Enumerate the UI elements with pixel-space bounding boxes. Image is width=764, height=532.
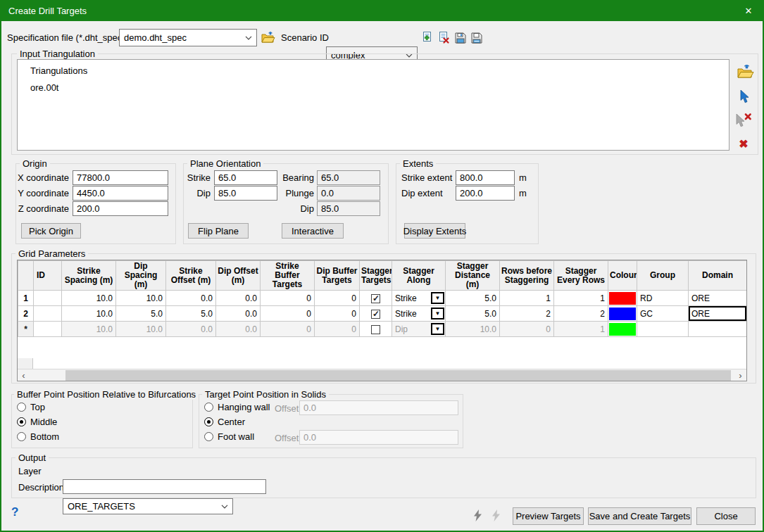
radio-middle[interactable]: Middle — [17, 417, 57, 427]
col-header-group[interactable]: Group — [637, 261, 689, 291]
z-coordinate-field[interactable] — [73, 201, 168, 216]
stagger-checkbox[interactable] — [371, 325, 380, 334]
cell-rows-before[interactable]: 1 — [500, 291, 554, 306]
delete-scenario-button[interactable] — [437, 31, 451, 44]
radio-button[interactable] — [204, 432, 213, 441]
help-button[interactable]: ? — [11, 505, 18, 519]
col-header-dip-offset[interactable]: Dip Offset (m) — [216, 261, 261, 291]
cell-stagger-every[interactable]: 2 — [554, 306, 608, 322]
cell-strike-buffer[interactable]: 0 — [261, 306, 315, 322]
cell-stagger-targets[interactable] — [360, 291, 392, 306]
cell-stagger-along[interactable]: Strike▼ — [392, 291, 446, 306]
radio-button[interactable] — [17, 403, 26, 412]
radio-hanging-wall[interactable]: Hanging wall — [204, 402, 270, 412]
interactive-button[interactable]: Interactive — [282, 223, 344, 239]
pick-origin-button[interactable]: Pick Origin — [21, 223, 81, 239]
row-header[interactable]: * — [18, 322, 34, 337]
cell-id[interactable] — [34, 291, 62, 306]
cell-dip-buffer[interactable]: 0 — [315, 322, 360, 337]
cell-dip-offset[interactable]: 0.0 — [216, 306, 261, 322]
col-header-stagger-distance[interactable]: Stagger Distance (m) — [446, 261, 500, 291]
dropdown-button[interactable]: ▼ — [431, 323, 444, 335]
browse-spec-button[interactable] — [260, 30, 276, 46]
cell-domain-selected[interactable]: ORE — [689, 306, 747, 322]
cell-dip-buffer[interactable]: 0 — [315, 306, 360, 322]
cell-strike-offset[interactable]: 0.0 — [166, 291, 216, 306]
list-item[interactable]: ore.00t — [18, 76, 729, 93]
cell-stagger-distance[interactable]: 5.0 — [446, 291, 500, 306]
col-header-dip-spacing[interactable]: Dip Spacing (m) — [116, 261, 166, 291]
scroll-left-button[interactable]: ‹ — [18, 369, 30, 381]
cell-stagger-targets[interactable] — [360, 306, 392, 322]
colour-swatch[interactable] — [609, 292, 636, 305]
dropdown-button[interactable]: ▼ — [431, 292, 444, 304]
radio-button[interactable] — [17, 432, 26, 441]
cell-group[interactable] — [637, 322, 689, 337]
close-window-button[interactable]: ✕ — [733, 0, 764, 21]
stagger-checkbox[interactable] — [371, 310, 380, 319]
spec-file-combobox[interactable]: demo.dht_spec — [119, 29, 257, 46]
radio-button[interactable] — [17, 417, 26, 426]
radio-button[interactable] — [204, 403, 213, 412]
col-header-dip-buffer[interactable]: Dip Buffer Targets — [315, 261, 360, 291]
dropdown-button[interactable]: ▼ — [431, 308, 444, 319]
col-header-stagger-targets[interactable]: Stagger Targets — [360, 261, 392, 291]
run-bolt-secondary-button[interactable] — [489, 508, 502, 522]
scroll-right-button[interactable]: › — [734, 369, 746, 381]
radio-bottom[interactable]: Bottom — [17, 431, 59, 442]
col-header-strike-buffer[interactable]: Strike Buffer Targets — [261, 261, 315, 291]
cell-stagger-distance[interactable]: 10.0 — [446, 322, 500, 337]
cell-strike-spacing[interactable]: 10.0 — [62, 322, 116, 337]
col-header-stagger-every[interactable]: Stagger Every Rows — [554, 261, 608, 291]
dip-field[interactable] — [214, 186, 277, 201]
cell-dip-spacing[interactable]: 10.0 — [116, 322, 166, 337]
save-spec-as-button[interactable] — [470, 31, 483, 44]
radio-button[interactable] — [204, 417, 213, 426]
preview-targets-button[interactable]: Preview Targets — [513, 507, 584, 525]
cell-dip-spacing[interactable]: 5.0 — [116, 306, 166, 322]
display-extents-button[interactable]: Display Extents — [404, 223, 465, 239]
cell-id[interactable] — [34, 322, 62, 337]
close-button[interactable]: Close — [696, 507, 756, 525]
description-field[interactable] — [63, 479, 266, 494]
col-header-stagger-along[interactable]: Stagger Along — [392, 261, 446, 291]
cell-strike-offset[interactable]: 0.0 — [166, 322, 216, 337]
dip-extent-field[interactable] — [456, 186, 515, 201]
col-header-colour[interactable]: Colour — [608, 261, 637, 291]
cell-group[interactable]: RD — [637, 291, 689, 306]
cell-colour[interactable] — [608, 306, 637, 322]
colour-swatch[interactable] — [609, 308, 636, 320]
stagger-checkbox[interactable] — [371, 294, 380, 303]
cell-stagger-targets[interactable] — [360, 322, 392, 337]
col-header-domain[interactable]: Domain — [689, 261, 747, 291]
cell-stagger-distance[interactable]: 5.0 — [446, 306, 500, 322]
cell-strike-buffer[interactable]: 0 — [261, 322, 315, 337]
cell-domain[interactable] — [689, 322, 747, 337]
save-spec-button[interactable] — [453, 31, 467, 44]
horizontal-scrollbar[interactable]: ‹ › — [18, 369, 746, 381]
strike-extent-field[interactable] — [456, 170, 515, 185]
select-triangulation-button[interactable] — [738, 89, 752, 104]
cell-stagger-along[interactable]: Strike▼ — [392, 306, 446, 322]
scrollbar-thumb[interactable] — [65, 370, 731, 381]
cell-strike-spacing[interactable]: 10.0 — [62, 291, 116, 306]
cell-colour[interactable] — [608, 291, 637, 306]
cell-group[interactable]: GC — [637, 306, 689, 322]
title-bar[interactable]: Create Drill Targets ✕ — [0, 0, 764, 21]
save-and-create-targets-button[interactable]: Save and Create Targets — [588, 507, 691, 525]
cell-rows-before[interactable]: 0 — [500, 322, 554, 337]
col-header-id[interactable]: ID — [34, 261, 62, 291]
colour-swatch[interactable] — [609, 323, 636, 336]
row-header[interactable]: 1 — [18, 291, 34, 306]
triangulation-list[interactable]: Triangulations ore.00t — [17, 59, 729, 151]
cell-dip-buffer[interactable]: 0 — [315, 291, 360, 306]
cell-stagger-every[interactable]: 1 — [554, 291, 608, 306]
new-scenario-button[interactable] — [421, 31, 434, 44]
layer-combobox[interactable]: ORE_TARGETS — [63, 498, 233, 514]
cell-colour[interactable] — [608, 322, 637, 337]
row-header[interactable]: 2 — [18, 306, 34, 322]
cell-strike-spacing[interactable]: 10.0 — [62, 306, 116, 322]
cell-strike-offset[interactable]: 5.0 — [166, 306, 216, 322]
cell-id[interactable] — [34, 306, 62, 322]
cell-domain[interactable]: ORE — [689, 291, 747, 306]
